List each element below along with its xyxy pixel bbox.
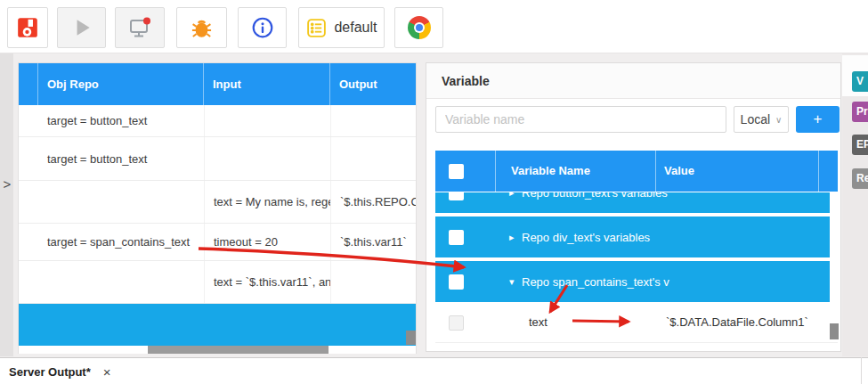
cell-input: text = My name is, rege [204, 181, 330, 223]
variable-panel-titlebar: Variable [426, 63, 840, 99]
chevron-down-icon: ∨ [775, 115, 782, 125]
vertical-scrollbar-thumb[interactable] [830, 323, 839, 339]
side-tab-strip [842, 53, 868, 356]
add-variable-button[interactable]: + [796, 106, 840, 133]
selected-row[interactable] [19, 304, 416, 346]
collapsed-arrow-icon[interactable]: ▸ [509, 192, 522, 199]
group-checkbox[interactable] [449, 274, 464, 290]
profile-button[interactable]: default [298, 7, 385, 48]
scope-selected-label: Local [741, 112, 770, 127]
save-button[interactable] [7, 7, 48, 48]
variable-name-input[interactable] [435, 106, 726, 133]
expand-panel-chevron[interactable]: > [1, 175, 13, 194]
variable-group-row[interactable]: ▾ Repo span_contains_text's v [435, 261, 830, 302]
save-icon [16, 16, 39, 39]
server-output-tab[interactable]: Server Output* × [9, 358, 111, 384]
panel-title: Variable [442, 63, 490, 99]
tab-label: Server Output* [9, 365, 91, 379]
chrome-icon [408, 16, 431, 39]
browser-button[interactable] [394, 7, 443, 48]
cell-input: text = `$.this.var11`, an [204, 261, 330, 303]
table-row[interactable]: target = span_contains_text timeout = 20… [19, 224, 416, 261]
group-checkbox[interactable] [449, 230, 464, 245]
monitor-button[interactable] [115, 7, 165, 48]
app-window: default > Obj Repo Input Output target =… [0, 0, 868, 384]
variable-row[interactable]: text `$.DATA.DataFile.Column1` [435, 302, 838, 343]
vertical-scrollbar-thumb[interactable] [406, 331, 416, 345]
cell-output [330, 137, 416, 180]
variable-group-row[interactable]: ▸ Repo button_text's variables [435, 192, 830, 213]
group-label: Repo div_text's variables [522, 231, 650, 244]
cell-obj-repo: target = button_text [38, 105, 204, 136]
side-tab-variable[interactable]: V [852, 71, 868, 92]
row-checkbox[interactable] [449, 315, 464, 331]
cell-input: timeout = 20 [204, 224, 330, 260]
steps-table-panel: Obj Repo Input Output target = button_te… [18, 62, 417, 354]
header-variable-name: Variable Name [511, 151, 590, 192]
cell-obj-repo [38, 181, 204, 223]
info-icon [251, 16, 274, 39]
variable-value-cell: `$.DATA.DataFile.Column1` [666, 302, 808, 343]
table-row[interactable]: text = `$.this.var11`, an [19, 261, 416, 304]
cell-obj-repo: target = button_text [38, 137, 204, 180]
toolbar: default [0, 0, 868, 53]
side-tab-re[interactable]: Re [852, 168, 868, 189]
side-tab-ep[interactable]: EP [852, 135, 868, 155]
play-icon [70, 16, 93, 39]
play-button[interactable] [57, 7, 106, 48]
steps-table-header: Obj Repo Input Output [19, 63, 416, 105]
bottom-bar: Server Output* × [0, 357, 868, 384]
scope-dropdown[interactable]: Local ∨ [734, 106, 789, 133]
variable-table-header: Variable Name Value [435, 151, 838, 192]
side-tab-pr[interactable]: Pr [852, 102, 868, 122]
variable-group-row[interactable]: ▸ Repo div_text's variables [435, 217, 830, 257]
table-row[interactable]: text = My name is, rege `$.this.REPO.Ce [19, 181, 416, 224]
cell-output [330, 105, 416, 136]
select-all-checkbox[interactable] [449, 164, 464, 179]
group-label: Repo span_contains_text's v [522, 275, 669, 289]
close-icon[interactable]: × [103, 364, 111, 380]
table-row[interactable]: target = button_text [19, 137, 416, 181]
debug-button[interactable] [176, 7, 227, 48]
variable-panel: Variable Local ∨ + Variable Name Value ▸… [426, 62, 841, 352]
header-output: Output [330, 63, 416, 105]
horizontal-scrollbar-thumb[interactable] [148, 346, 329, 354]
header-row-number-col [19, 63, 38, 105]
group-checkbox[interactable] [449, 192, 464, 200]
profile-label: default [334, 20, 377, 36]
header-obj-repo: Obj Repo [38, 63, 204, 105]
monitor-icon [127, 16, 152, 39]
bug-icon [190, 16, 214, 40]
header-input: Input [204, 63, 330, 105]
expanded-arrow-icon[interactable]: ▾ [509, 276, 522, 288]
header-value: Value [664, 151, 694, 192]
left-collapsed-panel [0, 53, 13, 356]
group-label: Repo button_text's variables [522, 192, 668, 200]
collapsed-arrow-icon[interactable]: ▸ [509, 232, 522, 243]
cell-input [204, 137, 330, 180]
cell-input [204, 105, 330, 136]
list-icon [305, 17, 328, 39]
cell-obj-repo: target = span_contains_text [38, 224, 204, 260]
info-button[interactable] [238, 7, 287, 48]
cell-output: `$.this.REPO.Ce [330, 181, 416, 223]
horizontal-scrollbar[interactable] [19, 346, 416, 354]
cell-output [330, 261, 416, 303]
bottom-bar-divider [861, 357, 862, 384]
variable-name-cell: text [529, 302, 548, 343]
cell-output: `$.this.var11` [330, 224, 416, 260]
table-row[interactable]: target = button_text [19, 105, 416, 137]
cell-obj-repo [38, 261, 204, 303]
